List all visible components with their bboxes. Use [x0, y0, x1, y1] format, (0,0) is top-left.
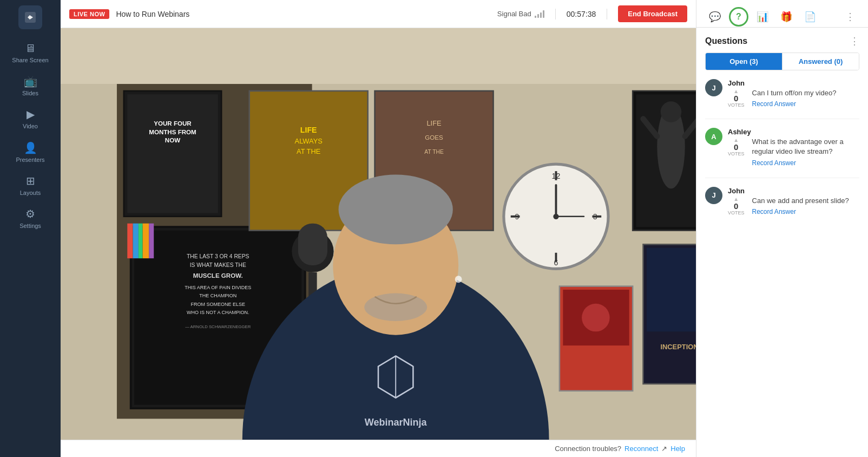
sidebar-item-label-video: Video	[23, 123, 38, 130]
external-link-icon: ↗	[661, 445, 667, 453]
help-link[interactable]: Help	[670, 445, 685, 453]
tab-polls[interactable]: 📊	[753, 7, 772, 27]
sidebar-logo	[18, 5, 42, 29]
svg-text:INCEPTION: INCEPTION	[660, 343, 696, 351]
video-area: YOUR FOUR MONTHS FROM NOW THE LAST 3 OR …	[61, 28, 696, 440]
svg-point-68	[455, 276, 462, 283]
svg-rect-57	[149, 224, 154, 258]
question-user: John	[728, 187, 859, 195]
signal-bars-icon	[535, 10, 544, 18]
svg-text:AT THE: AT THE	[424, 149, 444, 155]
svg-text:— ARNOLD SCHWARZENEGGER: — ARNOLD SCHWARZENEGGER	[185, 324, 251, 329]
svg-rect-52	[647, 248, 696, 332]
webinar-title: How to Run Webinars	[116, 10, 490, 18]
svg-point-43	[661, 101, 682, 122]
share-screen-icon: 🖥	[25, 42, 36, 55]
record-answer-link[interactable]: Record Answer	[752, 159, 859, 167]
question-text: Can I turn off/on my video?	[752, 88, 837, 98]
svg-text:WHO IS NOT A CHAMPION.: WHO IS NOT A CHAMPION.	[187, 310, 249, 315]
avatar: J	[705, 79, 722, 96]
question-user: Ashley	[728, 128, 859, 136]
votes-label: VOTES	[728, 210, 745, 216]
avatar: A	[705, 128, 722, 145]
svg-rect-2	[61, 28, 696, 84]
question-body: ▲ 0 VOTES What is the advantage over a r…	[728, 137, 859, 166]
svg-text:WebinarNinja: WebinarNinja	[365, 417, 428, 428]
svg-text:9: 9	[515, 212, 519, 221]
question-content: Ashley ▲ 0 VOTES What is the advantage o…	[728, 128, 859, 166]
topbar-divider	[555, 9, 556, 19]
question-user: John	[728, 79, 859, 87]
record-answer-link[interactable]: Record Answer	[752, 208, 849, 216]
question-content: John ▲ 0 VOTES Can I turn off/on my vide…	[728, 79, 859, 108]
filter-open-button[interactable]: Open (3)	[706, 53, 782, 70]
svg-text:THE LAST 3 OR 4 REPS: THE LAST 3 OR 4 REPS	[187, 253, 249, 259]
sidebar-item-layouts[interactable]: ⊞ Layouts	[0, 170, 61, 201]
svg-text:GOES: GOES	[425, 134, 443, 141]
sidebar-item-presenters[interactable]: 👤 Presenters	[0, 137, 61, 168]
panel-title: Questions	[705, 36, 747, 46]
filter-answered-button[interactable]: Answered (0)	[782, 53, 859, 70]
question-divider	[705, 178, 859, 178]
vote-count: 0	[734, 94, 738, 102]
tab-questions[interactable]: ?	[729, 7, 748, 27]
sidebar-item-share-screen[interactable]: 🖥 Share Screen	[0, 38, 61, 68]
vote-count: 0	[734, 143, 738, 151]
end-broadcast-button[interactable]: End Broadcast	[618, 5, 687, 22]
question-body: ▲ 0 VOTES Can we add and present slide? …	[728, 196, 859, 216]
svg-text:YOUR FOUR: YOUR FOUR	[154, 120, 192, 127]
question-item: J John ▲ 0 VOTES Can I turn off/on my vi…	[705, 79, 859, 108]
svg-point-63	[339, 175, 453, 245]
vote-up-icon[interactable]: ▲	[733, 196, 739, 202]
svg-text:FROM SOMEONE ELSE: FROM SOMEONE ELSE	[190, 302, 245, 307]
question-content: John ▲ 0 VOTES Can we add and present sl…	[728, 187, 859, 216]
tab-files[interactable]: 📄	[800, 7, 820, 27]
video-icon: ▶	[27, 108, 35, 121]
center-column: LIVE NOW How to Run Webinars Signal Bad …	[61, 0, 696, 457]
offers-icon: 🎁	[780, 11, 792, 23]
timer: 00:57:38	[567, 10, 596, 18]
right-panel: 💬 ? 📊 🎁 📄 ⋮ Questions ⋮ Open (3) Answere…	[696, 0, 868, 457]
sidebar-item-slides[interactable]: 📺 Slides	[0, 70, 61, 101]
svg-rect-56	[143, 224, 149, 258]
tab-chat[interactable]: 💬	[705, 7, 725, 27]
sidebar-item-label-layouts: Layouts	[20, 190, 41, 197]
sidebar-item-label-settings: Settings	[19, 223, 41, 230]
sidebar: 🖥 Share Screen 📺 Slides ▶ Video 👤 Presen…	[0, 0, 61, 457]
svg-rect-54	[133, 224, 139, 258]
sidebar-item-video[interactable]: ▶ Video	[0, 103, 61, 134]
presenters-icon: 👤	[24, 141, 37, 154]
svg-text:THE CHAMPION: THE CHAMPION	[199, 293, 236, 298]
panel-options-button[interactable]: ⋮	[850, 35, 859, 47]
avatar: J	[705, 187, 722, 204]
question-filter: Open (3) Answered (0)	[705, 53, 859, 70]
svg-point-64	[364, 293, 427, 321]
files-icon: 📄	[804, 11, 816, 23]
sidebar-item-settings[interactable]: ⚙ Settings	[0, 203, 61, 234]
svg-point-49	[582, 304, 610, 332]
svg-rect-60	[298, 224, 327, 265]
question-divider	[705, 119, 859, 119]
questions-list: J John ▲ 0 VOTES Can I turn off/on my vi…	[696, 79, 868, 457]
question-text: What is the advantage over a regular vid…	[752, 137, 859, 156]
sidebar-item-label-share-screen: Share Screen	[12, 57, 48, 64]
tab-offers[interactable]: 🎁	[777, 7, 796, 27]
panel-tabs: 💬 ? 📊 🎁 📄 ⋮	[696, 0, 868, 28]
layouts-icon: ⊞	[26, 174, 35, 187]
record-answer-link[interactable]: Record Answer	[752, 100, 837, 108]
svg-text:MONTHS FROM: MONTHS FROM	[149, 129, 196, 135]
settings-icon: ⚙	[25, 207, 35, 220]
svg-rect-6	[127, 94, 218, 213]
question-item: J John ▲ 0 VOTES Can we add and present …	[705, 187, 859, 216]
sidebar-item-label-slides: Slides	[22, 90, 38, 97]
question-item: A Ashley ▲ 0 VOTES What is the advantage…	[705, 128, 859, 166]
topbar: LIVE NOW How to Run Webinars Signal Bad …	[61, 0, 696, 28]
reconnect-link[interactable]: Reconnect	[624, 445, 658, 453]
svg-text:3: 3	[593, 212, 597, 221]
svg-text:IS WHAT MAKES THE: IS WHAT MAKES THE	[190, 262, 246, 268]
svg-text:12: 12	[552, 172, 561, 180]
panel-more-button[interactable]: ⋮	[841, 6, 859, 27]
vote-count: 0	[734, 202, 738, 210]
questions-icon: ?	[736, 12, 741, 22]
svg-text:NOW: NOW	[165, 137, 180, 143]
